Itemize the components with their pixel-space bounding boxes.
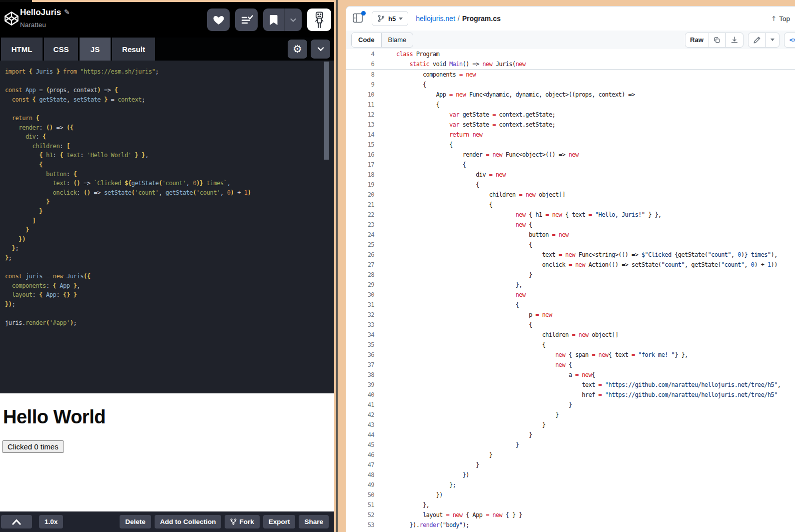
fork-button[interactable]: Fork [225,515,259,528]
line-number[interactable]: 38 [346,370,374,380]
code-line-content: } [374,440,519,450]
arrow-up-icon: ↑ [771,15,776,23]
console-expand-button[interactable] [1,515,32,528]
share-button[interactable]: Share [299,515,329,528]
top-label: Top [779,15,790,23]
breadcrumb-repo-link[interactable]: hellojuris.net [416,15,455,23]
line-number[interactable]: 19 [346,180,374,190]
clicked-counter-button[interactable]: Clicked 0 times [2,440,64,453]
line-number[interactable]: 41 [346,400,374,410]
line-number[interactable]: 18 [346,170,374,180]
bookmark-dropdown-button[interactable] [284,9,302,31]
line-number[interactable]: 33 [346,320,374,330]
love-button[interactable] [207,9,230,31]
line-number[interactable]: 36 [346,350,374,360]
pen-title[interactable]: HelloJuris [20,8,61,18]
branch-selector-button[interactable]: h5 [372,11,408,26]
line-number[interactable]: 25 [346,240,374,250]
tab-js[interactable]: JS [80,38,111,61]
download-button[interactable] [725,33,743,47]
editor-code-line: }; [5,253,251,263]
edit-file-button[interactable] [748,33,765,47]
export-button[interactable]: Export [263,515,296,528]
line-number[interactable]: 31 [346,300,374,310]
line-number[interactable]: 17 [346,160,374,170]
line-number[interactable]: 28 [346,270,374,280]
line-number[interactable]: 42 [346,410,374,420]
line-number[interactable]: 8 [346,70,374,80]
line-number[interactable]: 44 [346,430,374,440]
line-number[interactable]: 14 [346,130,374,140]
line-number[interactable]: 34 [346,330,374,340]
line-number[interactable]: 29 [346,280,374,290]
line-number[interactable]: 12 [346,110,374,120]
tab-html[interactable]: HTML [1,38,43,61]
line-number[interactable]: 21 [346,200,374,210]
file-tree-toggle-button[interactable] [352,13,364,25]
line-number[interactable]: 15 [346,140,374,150]
tab-code[interactable]: Code [352,33,382,47]
line-number[interactable]: 30 [346,290,374,300]
line-number[interactable]: 53 [346,520,374,530]
line-number[interactable]: 6 [346,59,374,69]
line-number[interactable]: 43 [346,420,374,430]
line-number[interactable]: 39 [346,380,374,390]
tab-blame[interactable]: Blame [382,33,413,47]
line-number[interactable]: 50 [346,490,374,500]
raw-button[interactable]: Raw [685,33,708,47]
editor-collapse-button[interactable] [311,40,330,59]
code-line-row: 17 { [346,160,795,170]
line-number[interactable]: 40 [346,390,374,400]
tab-result[interactable]: Result [112,38,155,61]
line-number[interactable]: 46 [346,450,374,460]
editor-settings-button[interactable]: ⚙ [288,40,307,59]
line-number[interactable]: 49 [346,480,374,490]
line-number[interactable]: 23 [346,220,374,230]
avatar[interactable] [307,9,331,31]
line-number[interactable]: 13 [346,120,374,130]
back-to-top-link[interactable]: ↑ Top [771,15,790,23]
editor-code-line: }); [5,300,251,309]
line-number[interactable]: 47 [346,460,374,470]
code-line-content: }) [374,490,443,500]
code-line-content: { [374,180,479,190]
bookmark-button[interactable] [263,9,284,31]
line-number[interactable]: 27 [346,260,374,270]
delete-button[interactable]: Delete [120,515,151,528]
line-number[interactable]: 22 [346,210,374,220]
line-number[interactable]: 11 [346,100,374,110]
line-number[interactable]: 24 [346,230,374,240]
copy-button[interactable] [708,33,725,47]
editor-code-line: const App = (props, context) => { [5,86,251,95]
line-number[interactable]: 52 [346,510,374,520]
collection-button[interactable] [235,9,258,31]
editor-code-line: layout: { App: {} } [5,290,251,300]
divider-handle[interactable] [336,0,338,532]
code-line-content: } [374,460,479,470]
tab-css[interactable]: CSS [44,38,78,61]
line-number[interactable]: 10 [346,90,374,100]
line-number[interactable]: 37 [346,360,374,370]
line-number[interactable]: 9 [346,80,374,90]
zoom-level-button[interactable]: 1.0x [39,515,63,528]
pen-author[interactable]: Naratteu [20,21,46,29]
line-number[interactable]: 26 [346,250,374,260]
line-number[interactable]: 45 [346,440,374,450]
edit-dropdown-button[interactable] [765,33,779,47]
line-number[interactable]: 51 [346,500,374,510]
code-line-row: 38 a = new{ [346,370,795,380]
line-number[interactable]: 16 [346,150,374,160]
line-number[interactable]: 48 [346,470,374,480]
line-number[interactable]: 20 [346,190,374,200]
edit-pencil-icon[interactable]: ✎ [64,8,70,16]
line-number[interactable]: 35 [346,340,374,350]
js-editor[interactable]: import { Juris } from "https://esm.sh/ju… [0,61,334,393]
editor-code-line: components: { App }, [5,281,251,291]
codepen-logo-icon[interactable] [3,10,20,27]
line-number[interactable]: 32 [346,310,374,320]
add-to-collection-button[interactable]: Add to Collection [155,515,222,528]
symbols-panel-button[interactable]: <> [784,33,795,48]
pane-divider[interactable] [334,0,346,532]
editor-scrollbar[interactable] [324,62,329,160]
line-number[interactable]: 4 [346,49,374,59]
